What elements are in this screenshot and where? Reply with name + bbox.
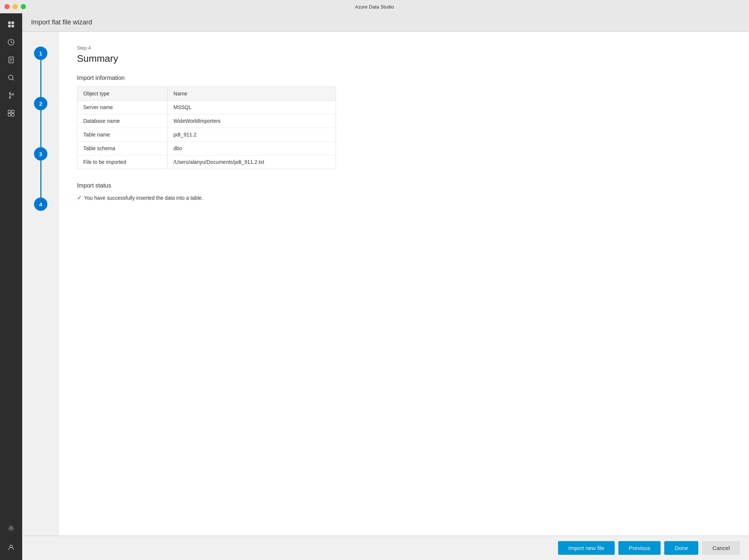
cell-name: MSSQL (167, 101, 336, 114)
step-4-circle: 4 (34, 198, 47, 211)
step-label: Step 4 (77, 45, 731, 51)
search-icon (7, 74, 15, 81)
close-button[interactable] (4, 4, 10, 9)
import-status-section: Import status ✓ You have successfully in… (77, 182, 731, 201)
stepper: 1 2 3 4 (22, 32, 59, 536)
cell-name: /Users/alanyu/Documents/pdt_911.2.txt (167, 155, 336, 169)
summary-title: Summary (77, 53, 731, 64)
svg-rect-18 (11, 110, 14, 113)
done-button[interactable]: Done (664, 541, 698, 555)
app-title: Azure Data Studio (355, 4, 394, 10)
step-4: 4 (34, 198, 47, 211)
table-row: File to be imported/Users/alanyu/Documen… (77, 155, 336, 169)
import-status-title: Import status (77, 182, 731, 189)
sidebar-icon-git[interactable] (3, 87, 19, 104)
step-3: 3 (34, 147, 47, 198)
info-table: Object type Name Server nameMSSQLDatabas… (77, 87, 336, 169)
step-line-2 (40, 110, 41, 147)
step-line-3 (40, 161, 41, 198)
sidebar-icon-clock[interactable] (3, 34, 19, 50)
content-area: 1 2 3 4 (22, 32, 749, 536)
table-row: Database nameWideWorldImporters (77, 114, 336, 128)
main-content: Step 4 Summary Import information Object… (59, 32, 749, 536)
git-icon (7, 92, 15, 99)
window-controls (4, 4, 26, 9)
settings-icon (7, 524, 15, 532)
previous-button[interactable]: Previous (618, 541, 661, 555)
main-area: Import flat file wizard 1 2 (22, 13, 749, 560)
svg-rect-19 (8, 114, 11, 116)
import-info-title: Import information (77, 75, 731, 81)
sidebar (0, 13, 22, 560)
step-3-circle: 3 (34, 147, 47, 161)
col-object-type: Object type (77, 87, 168, 101)
sidebar-icon-file[interactable] (3, 52, 19, 68)
sidebar-icon-grid[interactable] (3, 16, 19, 33)
svg-rect-3 (11, 25, 14, 27)
step-2-circle: 2 (34, 97, 47, 110)
cell-object-type: Table name (77, 128, 168, 142)
svg-point-13 (9, 92, 11, 94)
svg-point-14 (9, 97, 11, 98)
sidebar-bottom (3, 520, 19, 560)
step-line-1 (40, 60, 41, 97)
cell-name: dbo (167, 142, 336, 155)
checkmark-icon: ✓ (77, 194, 82, 201)
svg-rect-2 (8, 25, 11, 27)
minimize-button[interactable] (13, 4, 18, 9)
wizard-title: Import flat file wizard (31, 18, 740, 26)
svg-line-12 (13, 79, 14, 81)
table-row: Server nameMSSQL (77, 101, 336, 114)
svg-rect-17 (8, 110, 11, 113)
cell-object-type: Table schema (77, 142, 168, 155)
step-1-circle: 1 (34, 47, 47, 60)
step-1: 1 (34, 47, 47, 97)
svg-rect-0 (8, 21, 11, 24)
svg-line-6 (11, 42, 13, 43)
sidebar-icon-search[interactable] (3, 70, 19, 86)
cell-object-type: Server name (77, 101, 168, 114)
col-name: Name (167, 87, 336, 101)
step-2: 2 (34, 97, 47, 147)
import-information-section: Import information Object type Name Serv… (77, 75, 731, 169)
footer: Import new file Previous Done Cancel (22, 536, 749, 560)
cell-object-type: File to be imported (77, 155, 168, 169)
maximize-button[interactable] (21, 4, 26, 9)
svg-rect-1 (11, 21, 14, 24)
header-bar: Import flat file wizard (22, 13, 749, 32)
table-row: Table namepdt_911.2 (77, 128, 336, 142)
cell-name: pdt_911.2 (167, 128, 336, 142)
svg-rect-20 (11, 114, 14, 116)
sidebar-icon-extensions[interactable] (3, 105, 19, 121)
status-message: ✓ You have successfully inserted the dat… (77, 194, 731, 201)
cell-object-type: Database name (77, 114, 168, 128)
cancel-button[interactable]: Cancel (702, 541, 740, 555)
sidebar-icon-account[interactable] (3, 539, 19, 556)
cell-name: WideWorldImporters (167, 114, 336, 128)
grid-icon (7, 21, 15, 28)
import-new-file-button[interactable]: Import new file (558, 541, 615, 555)
file-icon (7, 56, 15, 64)
titlebar: Azure Data Studio (0, 0, 749, 13)
success-text: You have successfully inserted the data … (84, 195, 203, 201)
table-row: Table schemadbo (77, 142, 336, 155)
sidebar-icon-settings[interactable] (3, 520, 19, 536)
extensions-icon (7, 109, 15, 117)
clock-icon (7, 38, 15, 46)
svg-point-11 (9, 75, 13, 80)
svg-point-21 (10, 527, 12, 529)
account-icon (7, 544, 15, 551)
